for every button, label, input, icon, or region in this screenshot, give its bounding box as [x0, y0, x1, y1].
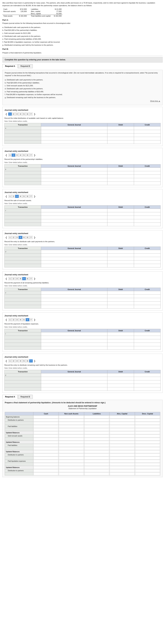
debit-input-1-5[interactable] [107, 140, 134, 144]
nav-prev-1[interactable]: ❮ [5, 113, 8, 115]
nav-tab-2-7[interactable]: 7 [29, 154, 33, 157]
credit-input-2-1[interactable] [134, 168, 160, 171]
debit-input-3-3[interactable] [107, 216, 134, 219]
nav-tab-6-2[interactable]: 2 [12, 318, 15, 321]
credit-input-6-4[interactable] [134, 342, 160, 346]
credit-input-6-5[interactable] [134, 346, 160, 350]
debit-input-6-5[interactable] [107, 346, 134, 350]
nav-prev-2[interactable]: ❮ [5, 154, 8, 156]
nav-tab-2-4[interactable]: 4 [19, 154, 22, 157]
journal-input-2-1[interactable] [41, 168, 107, 171]
journal-input-7-3[interactable] [41, 380, 107, 384]
nav-tab-7-7[interactable]: 7 [29, 359, 33, 362]
journal-input-6-1[interactable] [41, 332, 107, 336]
debit-input-1-3[interactable] [107, 134, 134, 137]
credit-input-3-4[interactable] [134, 219, 160, 223]
debit-input-4-4[interactable] [107, 260, 134, 264]
nav-tab-3-4[interactable]: 4 [19, 195, 22, 198]
debit-input-2-4[interactable] [107, 178, 134, 182]
journal-input-1-4[interactable] [41, 137, 107, 140]
nav-tab-2-1[interactable]: 1 [8, 154, 12, 157]
nav-tab-7-1[interactable]: 1 [8, 359, 12, 362]
journal-input-7-1[interactable] [41, 374, 107, 377]
credit-input-2-4[interactable] [134, 178, 160, 182]
journal-input-4-1[interactable] [41, 250, 107, 253]
nav-tab-2-3[interactable]: 3 [15, 154, 19, 157]
cell-begin-noncash[interactable] [59, 416, 84, 418]
debit-input-7-3[interactable] [107, 380, 134, 384]
credit-input-5-2[interactable] [134, 294, 160, 298]
nav-tab-5-1[interactable]: 1 [8, 277, 12, 280]
debit-input-7-1[interactable] [107, 374, 134, 377]
journal-input-2-4[interactable] [41, 178, 107, 182]
nav-next-6[interactable]: ❯ [33, 318, 37, 321]
credit-input-5-4[interactable] [134, 302, 160, 305]
debit-input-3-5[interactable] [107, 223, 134, 226]
journal-input-4-3[interactable] [41, 257, 107, 260]
credit-input-6-3[interactable] [134, 339, 160, 342]
credit-input-4-5[interactable] [134, 264, 160, 267]
nav-tab-3-7[interactable]: 7 [29, 195, 33, 198]
journal-input-2-3[interactable] [41, 174, 107, 178]
journal-input-1-2[interactable] [41, 130, 107, 134]
journal-input-3-4[interactable] [41, 219, 107, 223]
nav-tab-7-5[interactable]: 5 [22, 359, 26, 362]
nav-tab-4-4[interactable]: 4 [19, 236, 22, 239]
journal-input-6-2[interactable] [41, 336, 107, 339]
credit-input-4-4[interactable] [134, 260, 160, 264]
credit-input-6-1[interactable] [134, 332, 160, 336]
show-less-link[interactable]: Show less ▲ [5, 100, 160, 102]
debit-input-7-5[interactable] [107, 387, 134, 391]
credit-input-6-2[interactable] [134, 336, 160, 339]
journal-input-5-5[interactable] [41, 305, 107, 308]
journal-input-7-2[interactable] [41, 377, 107, 380]
nav-tab-6-7[interactable]: 7 [29, 318, 33, 321]
nav-prev-4[interactable]: ❮ [5, 236, 8, 239]
credit-input-3-2[interactable] [134, 212, 160, 216]
nav-tab-6-1[interactable]: 1 [8, 318, 12, 321]
nav-tab-3-1[interactable]: 1 [8, 195, 12, 198]
journal-input-4-4[interactable] [41, 260, 107, 264]
debit-input-2-1[interactable] [107, 168, 134, 171]
nav-tab-2-2[interactable]: 2 [12, 154, 15, 157]
credit-input-7-2[interactable] [134, 377, 160, 380]
debit-input-6-2[interactable] [107, 336, 134, 339]
bottom-tab-required-b[interactable]: Required B [18, 395, 33, 399]
debit-input-4-5[interactable] [107, 264, 134, 267]
nav-tab-6-4[interactable]: 4 [19, 318, 22, 321]
journal-input-5-4[interactable] [41, 302, 107, 305]
credit-input-7-5[interactable] [134, 387, 160, 391]
nav-next-1[interactable]: ❯ [33, 113, 37, 115]
nav-tab-4-7[interactable]: 7 [29, 236, 33, 239]
tab-required-b[interactable]: Required B [18, 64, 33, 68]
nav-tab-5-5[interactable]: 5 [22, 277, 26, 280]
nav-next-4[interactable]: ❯ [33, 236, 37, 239]
debit-input-2-5[interactable] [107, 182, 134, 185]
journal-input-2-5[interactable] [41, 182, 107, 185]
nav-tab-3-6[interactable]: 6 [26, 195, 29, 198]
nav-tab-1-5[interactable]: 5 [22, 112, 26, 116]
nav-tab-3-2[interactable]: 2 [12, 195, 15, 198]
journal-input-7-5[interactable] [41, 387, 107, 391]
credit-input-5-3[interactable] [134, 298, 160, 302]
credit-input-3-5[interactable] [134, 223, 160, 226]
nav-next-3[interactable]: ❯ [33, 195, 37, 198]
journal-input-2-2[interactable] [41, 171, 107, 174]
credit-input-4-2[interactable] [134, 253, 160, 257]
tab-required-a[interactable]: Required A [2, 64, 18, 68]
nav-tab-7-3[interactable]: 3 [15, 359, 19, 362]
credit-input-2-2[interactable] [134, 171, 160, 174]
credit-input-7-1[interactable] [134, 374, 160, 377]
nav-next-5[interactable]: ❯ [33, 278, 37, 280]
nav-tab-1-1[interactable]: 1 [8, 112, 12, 116]
nav-tab-4-5[interactable]: 5 [22, 236, 26, 239]
credit-input-3-1[interactable] [134, 209, 160, 212]
nav-prev-7[interactable]: ❮ [5, 360, 8, 362]
nav-prev-3[interactable]: ❮ [5, 195, 8, 198]
nav-tab-5-3[interactable]: 3 [15, 277, 19, 280]
nav-tab-7-6[interactable]: 6 [26, 359, 29, 362]
debit-input-2-3[interactable] [107, 174, 134, 178]
nav-tab-5-4[interactable]: 4 [19, 277, 22, 280]
nav-next-7[interactable]: ❯ [33, 360, 37, 362]
nav-tab-1-7[interactable]: 7 [29, 112, 33, 116]
